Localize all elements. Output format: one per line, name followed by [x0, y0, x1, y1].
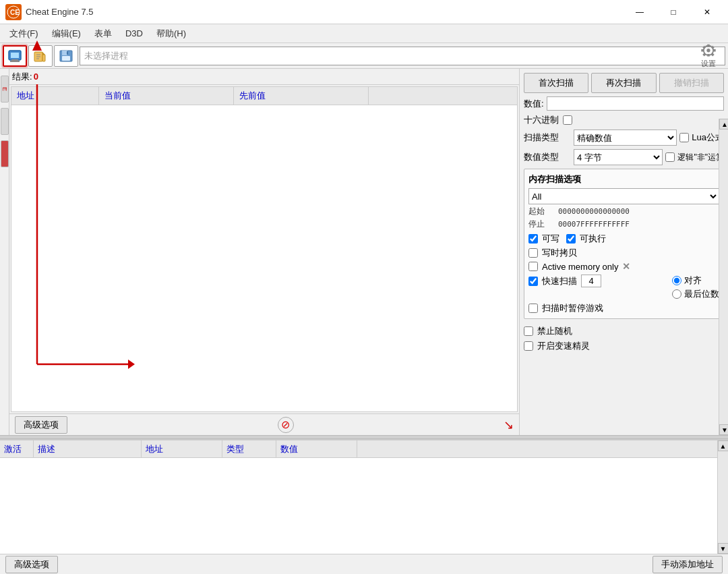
svg-rect-24: [701, 49, 704, 52]
copy-on-write-checkbox[interactable]: [528, 248, 538, 258]
svg-rect-25: [713, 49, 716, 52]
scroll-down[interactable]: ▼: [719, 424, 728, 435]
logic-not-label: 逻辑"非"运算: [677, 152, 724, 163]
active-memory-checkbox[interactable]: [528, 262, 538, 271]
scan-type-select[interactable]: 精确数值 模糊扫描: [574, 130, 677, 146]
col-previous: 先前值: [234, 87, 369, 105]
align-radio[interactable]: [672, 276, 681, 285]
menu-d3d[interactable]: D3D: [119, 26, 150, 40]
advanced-options-button[interactable]: 高级选项: [5, 556, 58, 573]
writable-label: 可写: [542, 233, 559, 245]
bottom-scroll-down[interactable]: ▼: [718, 543, 729, 554]
col-address: 地址: [11, 87, 99, 105]
svg-rect-8: [11, 59, 18, 61]
bottom-scroll-track: [718, 451, 728, 543]
window-controls: — □ ✕: [624, 2, 723, 22]
clear-list-button[interactable]: ⊘: [278, 417, 294, 433]
speedhack-checkbox[interactable]: [524, 341, 533, 351]
lastbit-radio[interactable]: [672, 289, 681, 299]
left-sidebar: E: [0, 69, 9, 435]
fast-scan-value-input[interactable]: [581, 275, 601, 287]
value-input[interactable]: [547, 96, 724, 111]
svg-rect-19: [67, 51, 68, 55]
expand-arrow[interactable]: ↘: [504, 418, 514, 432]
address-list[interactable]: 地址 当前值 先前值: [11, 86, 518, 412]
toolbar: 未选择进程 设置: [0, 43, 728, 69]
bottom-table-header: 激活 描述 地址 类型 数值: [0, 440, 728, 458]
bottom-table-content[interactable]: [0, 458, 728, 554]
svg-text:CE: CE: [10, 9, 20, 16]
stop-label: 停止: [528, 219, 555, 230]
scan-buttons: 首次扫描 再次扫描 撤销扫描: [524, 73, 724, 93]
select-process-button[interactable]: [3, 45, 27, 67]
col-active: 激活: [0, 440, 34, 458]
fast-scan-label: 快速扫描: [542, 275, 577, 287]
save-file-button[interactable]: [54, 45, 78, 67]
bottom-scroll-up[interactable]: ▲: [718, 440, 729, 451]
maximize-button[interactable]: □: [658, 2, 689, 22]
process-placeholder: 未选择进程: [84, 50, 128, 62]
svg-rect-9: [10, 61, 20, 62]
speedhack-label: 开启变速精灵: [537, 340, 590, 352]
first-scan-button[interactable]: 首次扫描: [524, 73, 588, 93]
logic-not-checkbox[interactable]: [665, 152, 675, 162]
center-bottom: 高级选项 ⊘ ↘: [9, 413, 519, 435]
fast-scan-checkbox[interactable]: [528, 277, 538, 286]
scan-type-row: 扫描类型 精确数值 模糊扫描 Lua公式: [524, 130, 724, 146]
pause-game-row: 扫描时暂停游戏: [528, 302, 719, 314]
svg-marker-11: [42, 52, 45, 55]
menu-help[interactable]: 帮助(H): [150, 26, 193, 42]
svg-rect-23: [707, 54, 710, 57]
svg-rect-18: [62, 56, 70, 61]
svg-rect-22: [707, 45, 710, 47]
menu-file[interactable]: 文件(F): [3, 26, 45, 42]
hex-checkbox[interactable]: [563, 115, 572, 125]
process-bar[interactable]: 未选择进程: [80, 47, 725, 65]
active-memory-close[interactable]: ✕: [622, 261, 630, 272]
disable-random-checkbox[interactable]: [524, 326, 533, 336]
pause-game-checkbox[interactable]: [528, 304, 538, 313]
lua-formula-checkbox[interactable]: [679, 133, 689, 142]
sidebar-btn-2[interactable]: [1, 108, 9, 135]
start-label: 起始: [528, 206, 555, 217]
sidebar-btn-3[interactable]: [1, 140, 9, 167]
stop-value: 00007FFFFFFFFFFF: [558, 220, 630, 229]
col-addr: 地址: [142, 440, 222, 458]
writable-checkbox-row: 可写: [528, 233, 559, 245]
next-scan-button[interactable]: 再次扫描: [591, 73, 656, 93]
minimize-button[interactable]: —: [624, 2, 655, 22]
settings-label: 设置: [701, 59, 716, 69]
copy-on-write-label: 写时拷贝: [542, 247, 577, 259]
memory-option-select[interactable]: All: [528, 188, 719, 204]
pause-game-label: 扫描时暂停游戏: [542, 302, 603, 314]
menubar: 文件(F) 编辑(E) 表单 D3D 帮助(H): [0, 24, 728, 43]
value-type-select[interactable]: 4 字节 2 字节 8 字节: [574, 149, 663, 165]
align-label: 对齐: [684, 275, 702, 287]
fast-scan-row: 快速扫描: [528, 275, 661, 287]
scroll-up[interactable]: ▲: [719, 119, 728, 130]
active-memory-row: Active memory only ✕: [528, 261, 719, 272]
disable-random-label: 禁止随机: [537, 325, 572, 337]
executable-label: 可执行: [580, 233, 606, 245]
view-memory-button[interactable]: 高级选项: [15, 416, 67, 434]
executable-checkbox[interactable]: [566, 234, 576, 243]
menu-table[interactable]: 表单: [88, 26, 119, 42]
memory-scan-title: 内存扫描选项: [528, 173, 719, 185]
svg-point-21: [706, 49, 710, 52]
results-header: 结果: 0: [9, 69, 519, 85]
value-label: 数值:: [524, 98, 544, 110]
value-type-label: 数值类型: [524, 151, 571, 163]
menu-edit[interactable]: 编辑(E): [45, 26, 88, 42]
svg-rect-17: [62, 51, 67, 55]
scan-type-label: 扫描类型: [524, 132, 571, 144]
scroll-track: [719, 130, 728, 424]
undo-scan-button[interactable]: 撤销扫描: [659, 73, 724, 93]
settings-button[interactable]: 设置: [689, 43, 728, 69]
close-button[interactable]: ✕: [692, 2, 723, 22]
add-address-button[interactable]: 手动添加地址: [653, 556, 723, 573]
writable-checkbox[interactable]: [528, 234, 538, 243]
sidebar-btn-e[interactable]: E: [1, 76, 9, 103]
svg-rect-12: [42, 55, 45, 61]
open-file-button[interactable]: [28, 45, 53, 67]
list-header: 地址 当前值 先前值: [11, 87, 517, 105]
